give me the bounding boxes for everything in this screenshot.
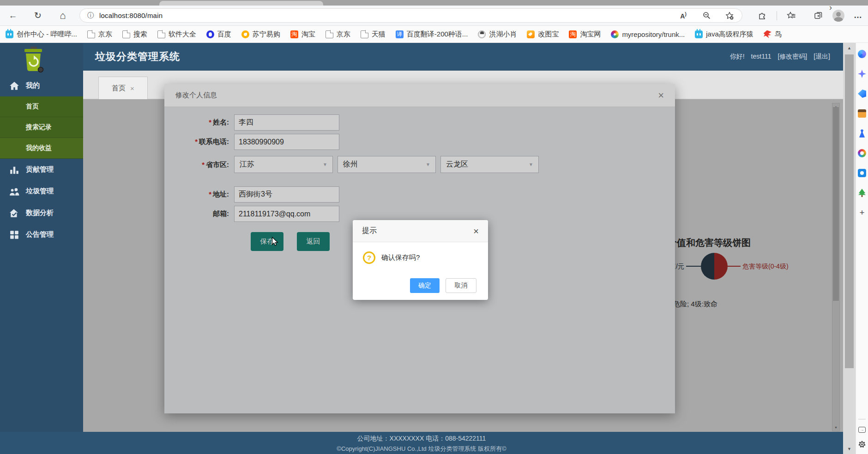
- confirm-close-icon[interactable]: ×: [473, 227, 479, 236]
- sidebar-label: 数据分析: [26, 209, 54, 217]
- edge-sidebar-icon[interactable]: [858, 209, 866, 217]
- bookmark-item[interactable]: 淘宝: [290, 30, 315, 39]
- edge-sidebar-icon[interactable]: [858, 50, 866, 58]
- phone-field[interactable]: [234, 134, 339, 150]
- home-icon: [9, 81, 19, 90]
- bookmark-item[interactable]: 天猫: [361, 30, 386, 39]
- favorites-icon[interactable]: [786, 11, 796, 21]
- dialog-close-icon[interactable]: ×: [658, 90, 664, 101]
- bookmark-label: 淘宝: [301, 30, 315, 39]
- dialog-title: 修改个人信息: [175, 91, 217, 100]
- users-icon: [9, 187, 19, 196]
- edge-sidebar-icon[interactable]: [858, 109, 866, 118]
- confirm-dialog-title: 提示: [362, 226, 377, 236]
- email-field[interactable]: [234, 206, 339, 222]
- bookmark-item[interactable]: 百度翻译-200种语...: [396, 30, 468, 39]
- app-header: 垃圾分类管理系统 你好! test111 [修改密码] [退出]: [83, 43, 843, 71]
- logout-link[interactable]: [退出]: [814, 53, 830, 61]
- bookmark-label: 搜索: [133, 30, 147, 39]
- bookmark-item[interactable]: 鸟: [764, 30, 782, 39]
- confirm-button[interactable]: 确定: [410, 278, 440, 293]
- zoom-out-icon[interactable]: [701, 11, 711, 21]
- edge-sidebar-icon[interactable]: [858, 149, 866, 157]
- bookmark-item[interactable]: 改图宝: [527, 30, 559, 39]
- bookmark-item[interactable]: myrepository/trunk...: [611, 30, 685, 38]
- bookmark-label: 京东: [98, 30, 112, 39]
- bookmark-label: 天猫: [372, 30, 386, 39]
- edge-sidebar-icon[interactable]: [858, 70, 866, 78]
- collections-icon[interactable]: [813, 11, 823, 21]
- bookmark-label: 创作中心 - 哔哩哔...: [17, 30, 77, 39]
- bookmark-item[interactable]: 软件大全: [157, 30, 196, 39]
- edge-sidebar-icon[interactable]: [858, 90, 866, 98]
- edge-sidebar-icon[interactable]: [858, 189, 866, 197]
- bookmark-label: 京东: [337, 30, 350, 39]
- bookmark-item[interactable]: 淘宝网: [569, 30, 601, 39]
- browser-tab[interactable]: [159, 1, 323, 6]
- district-value: 云龙区: [446, 160, 468, 169]
- bookmark-item[interactable]: 洪湖小肖: [478, 30, 517, 39]
- save-button[interactable]: 保存: [251, 232, 283, 251]
- back-button[interactable]: 返回: [297, 232, 330, 251]
- page-scrollbar[interactable]: ▲ ▼: [843, 43, 856, 454]
- open-sidebar-icon[interactable]: →: [858, 427, 866, 433]
- reload-icon[interactable]: ↻: [32, 10, 43, 21]
- bookmark-item[interactable]: 创作中心 - 哔哩哔...: [6, 30, 77, 39]
- bookmark-item[interactable]: 搜索: [122, 30, 147, 39]
- bookmark-label: 改图宝: [538, 30, 559, 39]
- url-bar[interactable]: ⓘ localhost:8080/main A): [79, 8, 742, 23]
- confirm-dialog: 提示 × ? 确认保存吗? 确定 取消: [353, 220, 488, 300]
- sidebar-item-mine[interactable]: 我的: [0, 75, 83, 96]
- bookmark-item[interactable]: 苏宁易购: [241, 30, 280, 39]
- bookmarks-bar: 创作中心 - 哔哩哔... 京东 搜索 软件大全 百度 苏宁易购 淘宝: [0, 26, 868, 43]
- confirm-dialog-header: 提示 ×: [353, 220, 488, 242]
- page-scrollbar-thumb[interactable]: [845, 54, 854, 368]
- subitem-label: 首页: [26, 102, 39, 111]
- gear-icon[interactable]: [858, 440, 866, 448]
- sidebar-subitem-my-earnings[interactable]: 我的收益: [0, 138, 83, 159]
- name-field[interactable]: [234, 114, 339, 131]
- bookmarks-overflow-chevron[interactable]: ›: [829, 3, 832, 12]
- scrollbar-down-icon[interactable]: ▼: [843, 444, 856, 454]
- edge-sidebar-icon[interactable]: [858, 129, 866, 137]
- settings-menu-icon[interactable]: …: [854, 11, 862, 20]
- site-info-icon[interactable]: ⓘ: [87, 12, 94, 20]
- change-password-link[interactable]: [修改密码]: [778, 53, 807, 61]
- bookmark-favicon: [241, 30, 249, 38]
- district-select[interactable]: 云龙区 ▼: [440, 156, 539, 173]
- bookmark-favicon: [6, 30, 13, 38]
- read-aloud-icon[interactable]: A): [678, 11, 688, 21]
- sidebar-subitem-search-history[interactable]: 搜索记录: [0, 117, 83, 138]
- home-icon[interactable]: ⌂: [57, 10, 68, 21]
- scrollbar-up-icon[interactable]: ▲: [843, 43, 856, 53]
- url-text[interactable]: localhost:8080/main: [99, 12, 163, 19]
- bookmark-label: 洪湖小肖: [489, 30, 517, 39]
- sidebar-item-announcement[interactable]: 公告管理: [0, 224, 83, 245]
- sidebar-subitem-home[interactable]: 首页: [0, 96, 83, 117]
- extensions-icon[interactable]: [757, 11, 767, 21]
- profile-avatar[interactable]: [832, 10, 844, 22]
- tab-home[interactable]: 首页 ×: [98, 77, 148, 99]
- bookmark-label: 百度: [217, 30, 231, 39]
- bookmark-label: 软件大全: [169, 30, 196, 39]
- bookmark-item[interactable]: 京东: [87, 30, 112, 39]
- add-favorite-icon[interactable]: [724, 11, 735, 21]
- cancel-button[interactable]: 取消: [446, 278, 476, 293]
- city-select[interactable]: 徐州 ▼: [338, 156, 436, 173]
- province-select[interactable]: 江苏 ▼: [234, 156, 333, 173]
- app-sidebar: 我的 首页 搜索记录 我的收益 贡献管理 垃圾管理 数据分析 公告管理: [0, 43, 83, 454]
- back-icon[interactable]: ←: [7, 10, 18, 21]
- edge-sidebar-icon[interactable]: [858, 169, 866, 177]
- sidebar-item-contribution[interactable]: 贡献管理: [0, 159, 83, 180]
- bookmark-favicon: [695, 30, 703, 38]
- username: test111: [751, 53, 772, 61]
- bookmark-item[interactable]: java高级程序猿: [695, 30, 753, 39]
- sidebar-item-data-analysis[interactable]: 数据分析: [0, 202, 83, 224]
- sidebar-item-garbage[interactable]: 垃圾管理: [0, 180, 83, 202]
- confirm-message: 确认保存吗?: [381, 253, 420, 262]
- tab-close-icon[interactable]: ×: [130, 84, 134, 92]
- bookmark-item[interactable]: 百度: [206, 30, 231, 39]
- address-field[interactable]: [234, 186, 339, 203]
- bookmark-item[interactable]: 京东: [326, 30, 350, 39]
- edge-sidebar: →: [856, 43, 868, 454]
